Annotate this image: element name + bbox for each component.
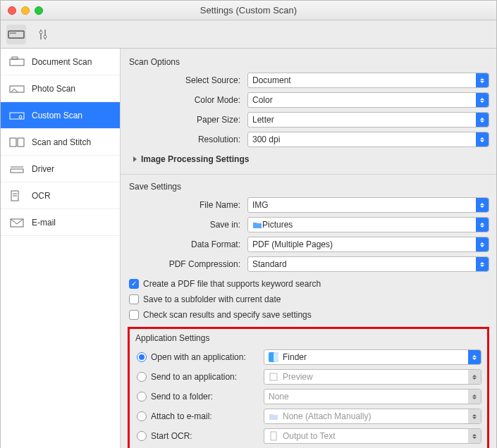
send-to-app-dropdown: Preview (264, 369, 481, 385)
chevron-updown-icon (476, 198, 489, 212)
radio-start-ocr[interactable]: Start OCR: (137, 431, 264, 441)
window-title: Settings (Custom Scan) (1, 5, 496, 15)
data-format-dropdown[interactable]: PDF (Multiple Pages) (247, 237, 489, 252)
pdf-compression-dropdown[interactable]: Standard (247, 256, 489, 272)
pdf-compression-label: PDF Compression: (128, 259, 247, 269)
sidebar-item-ocr[interactable]: OCR (1, 182, 120, 209)
svg-rect-0 (8, 31, 24, 38)
sidebar-item-label: OCR (32, 191, 51, 201)
svg-point-4 (39, 31, 42, 34)
tab-tools[interactable] (33, 25, 53, 44)
color-mode-label: Color Mode: (128, 95, 247, 105)
sidebar-item-email[interactable]: E-mail (1, 209, 120, 236)
data-format-label: Data Format: (128, 239, 247, 249)
paper-size-label: Paper Size: (128, 115, 247, 125)
sidebar-item-label: Document Scan (32, 57, 92, 67)
driver-icon (9, 163, 25, 175)
send-to-folder-dropdown: None (264, 389, 481, 404)
checkbox-icon (129, 294, 139, 304)
chevron-updown-icon (468, 390, 481, 404)
file-name-field[interactable]: IMG (247, 197, 489, 213)
select-source-label: Select Source: (128, 75, 247, 85)
sidebar-item-custom-scan[interactable]: Custom Scan (1, 102, 120, 129)
sidebar-item-driver[interactable]: Driver (1, 156, 120, 182)
checkbox-subfolder-date[interactable]: Save to a subfolder with current date (128, 292, 489, 307)
save-in-label: Save in: (128, 220, 247, 230)
svg-point-5 (44, 35, 47, 38)
sidebar-item-label: Driver (32, 164, 54, 174)
finder-icon (269, 352, 278, 362)
folder-icon (252, 220, 262, 230)
email-icon (9, 217, 25, 228)
application-settings-section: Application Settings Open with an applic… (128, 327, 489, 448)
chevron-updown-icon (476, 113, 489, 127)
checkbox-icon (129, 310, 139, 320)
chevron-updown-icon (476, 237, 489, 251)
sidebar-item-document-scan[interactable]: Document Scan (1, 49, 120, 75)
chevron-updown-icon (468, 429, 481, 443)
color-mode-dropdown[interactable]: Color (247, 92, 489, 108)
image-processing-expander[interactable]: Image Processing Settings (128, 151, 489, 170)
chevron-updown-icon (476, 132, 489, 147)
checkbox-keyword-search[interactable]: Create a PDF file that supports keyword … (128, 276, 489, 292)
paper-size-dropdown[interactable]: Letter (247, 112, 489, 127)
radio-icon (137, 372, 147, 382)
open-with-dropdown[interactable]: Finder (264, 349, 481, 365)
folder-icon (269, 411, 278, 421)
sidebar-item-photo-scan[interactable]: Photo Scan (1, 75, 120, 102)
chevron-updown-icon (476, 218, 489, 232)
sidebar-item-label: Custom Scan (32, 111, 82, 120)
save-in-dropdown[interactable]: Pictures (247, 217, 489, 232)
file-name-label: File Name: (128, 200, 247, 210)
scan-options-heading: Scan Options (128, 54, 489, 73)
photo-scan-icon (9, 83, 25, 94)
save-settings-heading: Save Settings (128, 179, 489, 197)
checkbox-check-results[interactable]: Check scan results and specify save sett… (128, 307, 489, 323)
attach-email-dropdown: None (Attach Manually) (264, 409, 481, 424)
svg-rect-13 (11, 169, 23, 173)
sidebar-item-scan-and-stitch[interactable]: Scan and Stitch (1, 129, 120, 156)
radio-send-to-app[interactable]: Send to an application: (137, 372, 264, 382)
sidebar-item-label: E-mail (32, 218, 56, 228)
radio-attach-email[interactable]: Attach to e-mail: (137, 411, 264, 421)
chevron-updown-icon (476, 73, 489, 87)
ocr-icon (9, 190, 25, 201)
resolution-dropdown[interactable]: 300 dpi (247, 132, 489, 147)
radio-icon (137, 431, 147, 441)
document-scan-icon (9, 56, 25, 68)
chevron-updown-icon (468, 350, 481, 364)
svg-rect-7 (12, 57, 18, 59)
sidebar-item-label: Scan and Stitch (32, 137, 91, 147)
sidebar-item-label: Photo Scan (32, 84, 75, 94)
svg-rect-22 (271, 432, 276, 440)
chevron-updown-icon (468, 409, 481, 423)
custom-scan-icon (9, 110, 25, 121)
start-ocr-dropdown: Output to Text (264, 428, 481, 444)
titlebar: Settings (Custom Scan) (1, 1, 496, 20)
chevron-updown-icon (468, 370, 481, 384)
checkbox-icon (129, 279, 139, 289)
app-settings-heading: Application Settings (135, 333, 481, 347)
chevron-updown-icon (476, 257, 489, 271)
svg-rect-6 (10, 59, 24, 66)
svg-rect-20 (274, 352, 278, 362)
stitch-icon (9, 137, 25, 148)
radio-send-to-folder[interactable]: Send to a folder: (137, 392, 264, 402)
content-area: Scan Options Select Source: Document Col… (121, 49, 496, 448)
chevron-updown-icon (476, 93, 489, 107)
tab-scan-from-computer[interactable] (6, 25, 26, 44)
toolbar (1, 20, 496, 49)
select-source-dropdown[interactable]: Document (247, 73, 489, 88)
sidebar: Document Scan Photo Scan Custom Scan Sca… (1, 49, 121, 448)
radio-icon (137, 411, 147, 421)
radio-open-with-app[interactable]: Open with an application: (137, 352, 264, 362)
svg-rect-12 (18, 138, 24, 147)
settings-window: Settings (Custom Scan) Document Scan Pho… (0, 0, 497, 448)
preview-icon (269, 372, 278, 382)
disclosure-triangle-icon (133, 156, 137, 162)
svg-point-10 (19, 116, 22, 118)
svg-rect-21 (270, 373, 277, 380)
radio-icon (137, 352, 147, 362)
radio-icon (137, 392, 147, 402)
resolution-label: Resolution: (128, 135, 247, 144)
